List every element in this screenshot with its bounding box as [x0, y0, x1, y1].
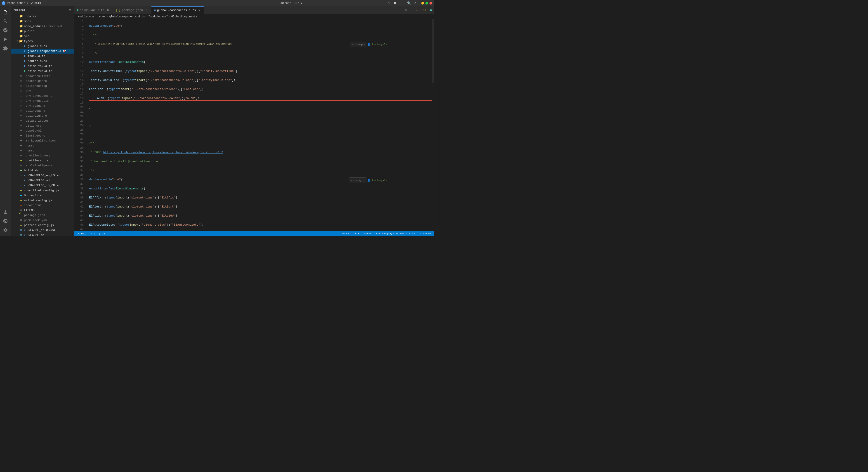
sidebar-item-eslintcache[interactable]: ≡ .eslintcache [11, 108, 74, 113]
stop-icon[interactable]: ⏹ [393, 1, 397, 5]
sidebar-item-locales[interactable]: › 📁 locales [11, 14, 74, 19]
tab-shims-vue[interactable]: ■ shims-vue.d.ts × [74, 6, 113, 14]
sidebar-item-global-d-ts[interactable]: ■ global.d.ts [11, 43, 74, 49]
sidebar-item-shims-vue-d-ts[interactable]: ■ shims-vue.d.ts [11, 68, 74, 73]
sidebar-item-src[interactable]: › 📁 src [11, 34, 74, 39]
split-editor-icon[interactable]: ⊞ [404, 8, 407, 13]
language-status[interactable]: Vue Language Server 1.8.23 [375, 232, 416, 235]
sidebar-item-mock[interactable]: › 📁 mock [11, 19, 74, 24]
sidebar-item-types[interactable]: ∨ 📂 types [11, 39, 74, 43]
sidebar-item-pnpm-lock-yaml[interactable]: ≡ pnpm-lock.yaml [11, 218, 74, 223]
sidebar-item-gitignore[interactable]: ⊙ .gitignore [11, 123, 74, 128]
account-icon[interactable] [1, 208, 9, 216]
breadcrumb-file[interactable]: global-components.d.ts [109, 15, 145, 18]
sidebar-item-changelog[interactable]: ≡ M↓ CHANGELOG.md [11, 178, 74, 183]
sidebar-item-index-html[interactable]: ◇ index.html [11, 203, 74, 208]
sidebar-item-shims-tsx-d-ts[interactable]: ■ shims-tsx.d.ts [11, 64, 74, 68]
sidebar-item-nvmrc[interactable]: ≡ .nvmrc [11, 148, 74, 153]
tab-bar: ■ shims-vue.d.ts × { } package.json × ■ … [74, 6, 434, 14]
sidebar-item-changelog-en-us[interactable]: ≡ M↓ CHANGELOG_en_US.md [11, 173, 74, 178]
sidebar-item-npmrc[interactable]: ≡ .npmrc [11, 143, 74, 148]
sidebar-item-gtpol-yml[interactable]: ≡ .gtpol.yml [11, 128, 74, 133]
more-actions-icon[interactable]: … [408, 8, 412, 12]
search-title-icon[interactable]: 🔍 [407, 1, 411, 5]
cursor-position[interactable]: 10:44 [341, 232, 350, 235]
maximize-button[interactable] [426, 2, 428, 4]
sidebar-item-readme[interactable]: ≡ M↓ README.md [11, 232, 74, 236]
md-file-icon: ≡ [19, 233, 23, 236]
code-line-16: * No need to install @vue/runtime-core [89, 159, 432, 164]
extensions-icon[interactable] [1, 44, 9, 53]
settings-icon[interactable]: ⚙ [414, 1, 417, 5]
top-right-icons: ● [428, 6, 434, 14]
search-icon[interactable] [1, 17, 9, 25]
sidebar-item-prettierignore[interactable]: ≡ .prettierignore [11, 153, 74, 158]
sidebar-item-commitlint-config-js[interactable]: ● commitlint.config.js [11, 188, 74, 193]
git-icon[interactable] [1, 26, 9, 34]
sidebar-item-prettierrc-js[interactable]: ● .prettierrc.js [11, 158, 74, 163]
tab-global-components[interactable]: ■ global-components.d.ts × [151, 6, 204, 14]
files-icon[interactable] [1, 8, 9, 16]
dot-file-icon: ≡ [19, 89, 23, 93]
sidebar-item-router-d-ts[interactable]: ■ router.d.ts [11, 59, 74, 64]
sidebar-chevron[interactable]: ∨ [69, 8, 71, 12]
sidebar-item-node-modules[interactable]: › 📁 node_modules library root [11, 24, 74, 29]
sidebar-item-markdownlint-json[interactable]: ≡ .markdownlint.json [11, 138, 74, 143]
sidebar-item-dockerignore[interactable]: ≡ .dockerignore [11, 78, 74, 84]
breadcrumb-module[interactable]: module:vue [78, 15, 94, 18]
sidebar-item-eslint-config-js[interactable]: ● eslint.config.js [11, 198, 74, 203]
tab-close-button[interactable]: × [197, 8, 202, 12]
dot-file-icon: ≡ [19, 129, 23, 133]
sidebar-item-dockerfile[interactable]: ■ Dockerfile [11, 193, 74, 198]
sidebar-item-gitattributes[interactable]: ≡ .gitattributes [11, 118, 74, 123]
settings-gear-icon[interactable] [1, 226, 9, 234]
debug-icon[interactable]: ⋮ [400, 1, 404, 5]
indentation-status[interactable]: 2 spaces [418, 232, 432, 235]
warning-status[interactable]: △ 15 [98, 232, 106, 235]
dot-file-icon: ≡ [19, 218, 23, 222]
sidebar-item-env-development[interactable]: ≡ .env.development [11, 93, 74, 98]
breadcrumb-types[interactable]: types [97, 15, 105, 18]
title-bar-right: ▷ ⏹ ⋮ 🔍 ⚙ [388, 1, 432, 5]
sidebar-item-index-d-ts[interactable]: ■ index.d.ts [11, 54, 74, 59]
tab-close-button[interactable]: × [145, 8, 149, 12]
eol-status[interactable]: CRLF [352, 232, 360, 235]
sidebar-item-global-components-d-ts[interactable]: ■ global-components.d.ts [11, 49, 74, 54]
code-editor[interactable]: declare module "vue" { /** * 在这里补充补充初始化和… [86, 19, 432, 231]
sidebar-item-env-staging[interactable]: ≡ .env.staging [11, 103, 74, 108]
folder-open-icon: 📂 [19, 39, 23, 43]
breadcrumb-global-components[interactable]: GlobalComponents [171, 15, 197, 18]
sidebar-item-readme-en-us[interactable]: ≡ M↓ README_en-US.md [11, 228, 74, 232]
chevron-right-icon: › [16, 14, 19, 18]
sidebar-item-env-production[interactable]: ≡ .env.production [11, 98, 74, 103]
js-file-icon: ● [19, 188, 23, 192]
sidebar-item-stylelintignore[interactable]: ◇ .stylelintignore [11, 163, 74, 168]
error-count[interactable]: ⚠ 3 [416, 8, 419, 12]
close-button[interactable] [430, 2, 432, 4]
sidebar-item-package-json[interactable]: { } package.json [11, 213, 74, 218]
play-icon[interactable]: ▷ [388, 1, 390, 5]
error-status[interactable]: ⚠ 3 [90, 232, 96, 235]
encoding-status[interactable]: UTF-8 [363, 232, 373, 235]
sidebar-item-editorconfig[interactable]: ≡ .editorconfig [11, 84, 74, 88]
sidebar-item-linstagedrc[interactable]: ≡ .linstagedrc [11, 133, 74, 138]
branch-status[interactable]: ⎇ main [76, 232, 88, 235]
sidebar-item-changelog-zh-cn[interactable]: ≡ M↓ CHANGELOG_zh_CN.md [11, 183, 74, 188]
warning-count[interactable]: △ 15 [421, 8, 426, 12]
tab-package-json[interactable]: { } package.json × [113, 6, 151, 14]
svg-marker-0 [4, 37, 7, 41]
sidebar-item-eslintignore[interactable]: ≡ .eslintignore [11, 113, 74, 118]
minimap-slider[interactable] [432, 19, 434, 83]
sidebar-item-public[interactable]: › 📁 public [11, 29, 74, 34]
breadcrumb-module-vue[interactable]: "module:vue" [148, 15, 168, 18]
activity-bar [0, 6, 11, 236]
sidebar-item-postcss-config-js[interactable]: ● postcss.config.js [11, 223, 74, 228]
minimize-button[interactable] [421, 2, 424, 4]
remote-icon[interactable] [1, 217, 9, 225]
sidebar-item-env[interactable]: ≡ .env [11, 88, 74, 93]
js-file-icon: ● [19, 158, 23, 162]
debug-icon[interactable] [1, 35, 9, 43]
tab-close-button[interactable]: × [106, 8, 110, 12]
sidebar-item-browserslistrc[interactable]: ≡ .browserslistrc [11, 73, 74, 78]
sidebar-item-build-sh[interactable]: ■ build.sh [11, 168, 74, 173]
